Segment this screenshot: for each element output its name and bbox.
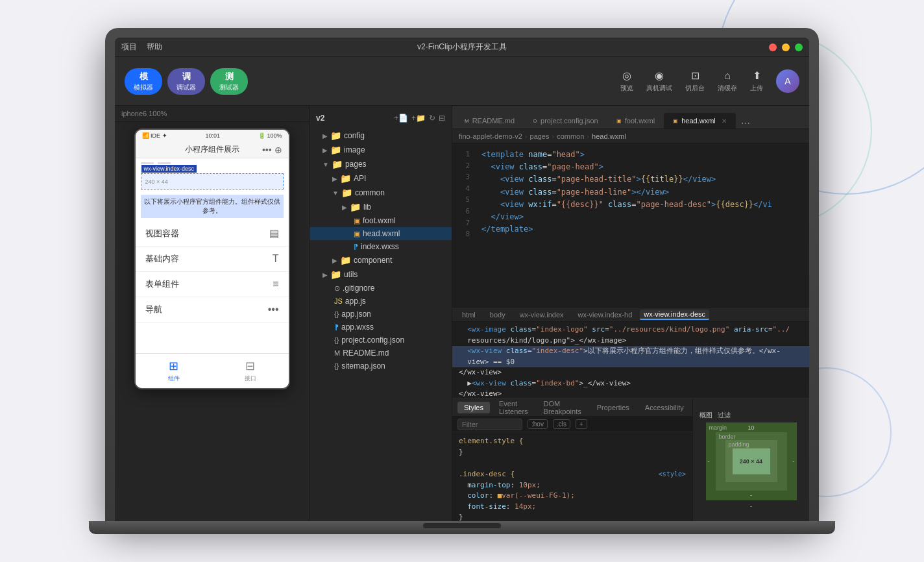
breadcrumb-common[interactable]: common xyxy=(557,132,584,140)
devtools-tab-properties[interactable]: Properties xyxy=(590,402,636,413)
line-num-2: 2 xyxy=(452,160,470,172)
minimize-button[interactable] xyxy=(782,43,790,51)
tab-wx-view-index[interactable]: wx-view.index xyxy=(513,310,570,320)
tree-item-app-json[interactable]: {} app.json xyxy=(310,308,452,321)
margin-top-prop: margin-top xyxy=(467,481,510,489)
devtools-tab-styles[interactable]: Styles xyxy=(457,402,490,413)
main-content: iphone6 100% 📶 IDE ✦ 10:01 🔋 100% 小程序组件展… xyxy=(115,106,809,521)
new-file-icon[interactable]: +📄 xyxy=(394,114,408,123)
tab-body[interactable]: body xyxy=(483,310,512,320)
cls-filter-badge[interactable]: .cls xyxy=(553,419,570,429)
bottom-nav-components[interactable]: ⊞ 组件 xyxy=(136,354,212,388)
tree-item-foot-wxml[interactable]: ▣ foot.wxml xyxy=(310,214,452,227)
tree-item-label: project.config.json xyxy=(341,336,404,345)
upload-icon: ⬆ xyxy=(753,69,761,82)
tree-item-utils[interactable]: ▶ 📁 utils xyxy=(310,267,452,282)
tab-html[interactable]: html xyxy=(456,310,482,320)
folder-icon: 📁 xyxy=(350,202,361,212)
preview-action[interactable]: ◎ 预览 xyxy=(620,69,633,93)
tree-item-image[interactable]: ▶ 📁 image xyxy=(310,143,452,157)
tab-project-config[interactable]: ⊙ project.config.json xyxy=(524,113,607,128)
clear-cache-icon: ⌂ xyxy=(724,70,731,82)
tree-item-gitignore[interactable]: ⊙ .gitignore xyxy=(310,282,452,295)
tab-head-wxml[interactable]: ▣ head.wxml ✕ xyxy=(664,113,736,128)
expand-arrow: ▶ xyxy=(332,175,337,182)
tab-wx-view-index-hd[interactable]: wx-view.index-hd xyxy=(572,310,639,320)
expand-arrow: ▼ xyxy=(332,189,339,197)
tab-wx-view-index-desc[interactable]: wx-view.index-desc xyxy=(640,310,709,320)
add-rule-badge[interactable]: + xyxy=(576,419,587,429)
tree-item-index-wxss[interactable]: ⁋ index.wxss xyxy=(310,240,452,253)
code-editor[interactable]: 1 2 3 4 5 6 7 8 <template name="head"> xyxy=(452,143,809,521)
tree-item-lib[interactable]: ▶ 📁 lib xyxy=(310,200,452,214)
element-size-label: 240 × 44 xyxy=(145,178,168,185)
menu-item-project[interactable]: 项目 xyxy=(121,42,137,53)
tree-item-component[interactable]: ▶ 📁 component xyxy=(310,253,452,267)
window-controls xyxy=(769,43,803,51)
phone-app-title: 小程序组件展示 xyxy=(185,144,239,155)
phone-nav-form[interactable]: 表单组件 ≡ xyxy=(136,272,289,297)
app-title: v2-FinClip小程序开发工具 xyxy=(417,42,507,53)
maximize-button[interactable] xyxy=(795,43,803,51)
tree-item-app-js[interactable]: JS app.js xyxy=(310,295,452,308)
bottom-nav-api[interactable]: ⊟ 接口 xyxy=(212,354,289,388)
tree-item-sitemap[interactable]: {} sitemap.json xyxy=(310,360,452,373)
phone-nav-view-container[interactable]: 视图容器 ▤ xyxy=(136,221,289,247)
phone-debug-label: 真机调试 xyxy=(646,84,672,93)
html-source-line-5: </wx-view> xyxy=(452,367,809,378)
devtools-tab-event-listeners[interactable]: Event Listeners xyxy=(492,398,535,417)
phone-title-dots[interactable]: ••• ⊕ xyxy=(262,145,282,155)
devtools-tab-dom-breakpoints[interactable]: DOM Breakpoints xyxy=(537,398,588,417)
phone-nav-navigation[interactable]: 导航 ••• xyxy=(136,297,289,323)
devtools-tab-accessibility[interactable]: Accessibility xyxy=(638,402,690,413)
tree-item-api[interactable]: ▶ 📁 API xyxy=(310,171,452,186)
more-tabs-button[interactable]: ⋯ xyxy=(741,118,750,128)
tab-foot-wxml[interactable]: ▣ foot.wxml xyxy=(607,113,664,128)
tree-item-label: .gitignore xyxy=(343,284,374,293)
menu-item-help[interactable]: 帮助 xyxy=(147,42,162,53)
tree-item-project-config[interactable]: {} project.config.json xyxy=(310,334,452,347)
font-size-prop: font-size xyxy=(467,502,506,511)
code-line-5: <view wx:if="{{desc}}" class="page-head-… xyxy=(475,199,809,211)
refresh-icon[interactable]: ↻ xyxy=(429,114,435,123)
user-avatar[interactable]: A xyxy=(776,69,799,93)
tab-readme[interactable]: M README.md xyxy=(456,113,524,128)
tree-item-label: pages xyxy=(345,160,367,169)
devtools-panel: Styles Event Listeners DOM Breakpoints P… xyxy=(452,398,809,521)
debug-button[interactable]: 调 调试器 xyxy=(167,68,205,95)
line-num-8: 8 xyxy=(452,228,470,240)
hover-filter-badge[interactable]: :hov xyxy=(528,419,548,429)
upload-action[interactable]: ⬆ 上传 xyxy=(750,69,763,93)
collapse-icon[interactable]: ⊟ xyxy=(439,114,445,123)
tree-item-config[interactable]: ▶ 📁 config xyxy=(310,128,452,143)
tab-close-button[interactable]: ✕ xyxy=(722,117,727,125)
tree-item-app-wxss[interactable]: ⁋ app.wxss xyxy=(310,321,452,334)
styles-filter-input[interactable] xyxy=(457,419,522,430)
phone-debug-action[interactable]: ◉ 真机调试 xyxy=(646,69,672,93)
code-line-6: </view> xyxy=(475,211,809,223)
expand-arrow: ▶ xyxy=(322,271,328,278)
margin-left-val: - xyxy=(708,458,710,465)
code-line-3: <view class="page-head-title">{{title}}<… xyxy=(475,173,809,186)
tree-item-head-wxml[interactable]: ▣ head.wxml xyxy=(310,227,452,240)
phone-nav-basic-content[interactable]: 基础内容 T xyxy=(136,247,289,272)
line-num-7: 7 xyxy=(452,217,470,229)
clear-cache-action[interactable]: ⌂ 清缓存 xyxy=(718,70,737,93)
close-button[interactable] xyxy=(769,43,777,51)
color-prop: color xyxy=(467,491,489,500)
nav-label-view: 视图容器 xyxy=(145,228,179,239)
breadcrumb-root[interactable]: fino-applet-demo-v2 xyxy=(459,132,522,140)
tree-item-common[interactable]: ▼ 📁 common xyxy=(310,186,452,200)
simulator-button[interactable]: 模 模拟器 xyxy=(125,68,162,95)
cut-back-action[interactable]: ⊡ 切后台 xyxy=(685,69,705,93)
tree-item-readme[interactable]: M README.md xyxy=(310,347,452,360)
code-content[interactable]: <template name="head"> <view class="page… xyxy=(475,143,809,307)
devtools-styles-content: element.style { } .index-desc { <style> … xyxy=(452,432,692,521)
breadcrumb-file[interactable]: head.wxml xyxy=(592,132,626,140)
breadcrumb-pages[interactable]: pages xyxy=(530,132,550,140)
tree-item-pages[interactable]: ▼ 📁 pages xyxy=(310,157,452,171)
new-folder-icon[interactable]: +📁 xyxy=(411,114,426,123)
line-num-4: 4 xyxy=(452,183,470,195)
tree-item-label: config xyxy=(344,131,365,140)
test-button[interactable]: 测 测试器 xyxy=(210,68,248,95)
